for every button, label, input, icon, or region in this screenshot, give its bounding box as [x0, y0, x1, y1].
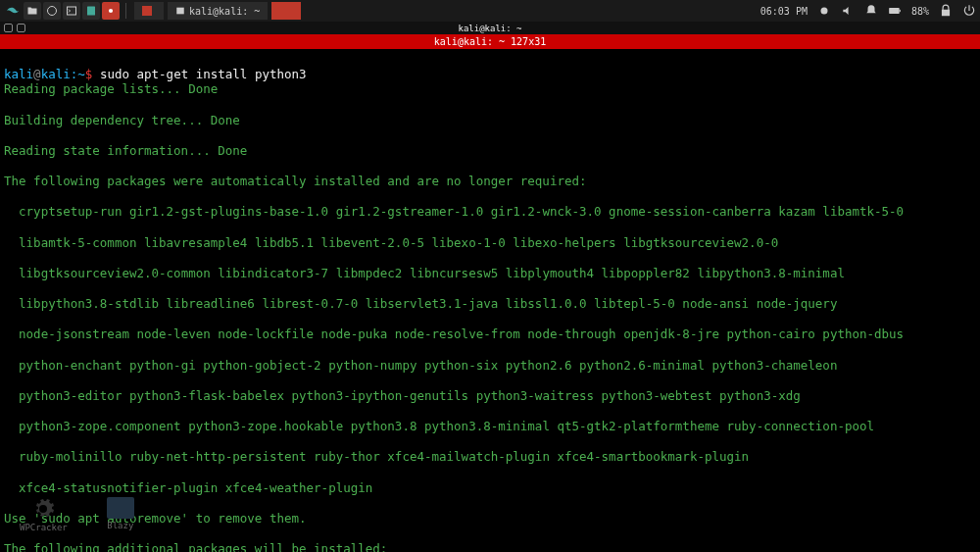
svg-point-3 [109, 9, 113, 13]
prompt-path: ~ [77, 67, 85, 81]
term-line: python3-editor python3-flask-babelex pyt… [4, 388, 976, 404]
prompt-user: kali [4, 67, 33, 81]
term-line: xfce4-statusnotifier-plugin xfce4-weathe… [4, 480, 976, 496]
taskbar-task-2[interactable]: kali@kali: ~ [168, 2, 268, 20]
app-menu-icon[interactable] [4, 2, 22, 20]
taskbar-left: kali@kali: ~ [4, 2, 301, 20]
desktop-item-wpcracker[interactable]: WPCracker [20, 497, 68, 532]
term-line: libpython3.8-stdlib libreadline6 librest… [4, 296, 976, 312]
gear-icon [31, 497, 55, 521]
window-red-title: kali@kali: ~ 127x31 [434, 36, 546, 47]
taskbar-task-1[interactable] [134, 2, 164, 20]
editor-icon[interactable] [82, 2, 100, 20]
term-line: ruby-molinillo ruby-net-http-persistent … [4, 449, 976, 465]
battery-text: 88% [911, 6, 929, 17]
prompt-dollar: $ [85, 67, 100, 81]
volume-icon[interactable] [841, 4, 855, 18]
terminal-output[interactable]: kali@kali:~$ sudo apt-get install python… [0, 49, 980, 552]
files-icon[interactable] [24, 2, 41, 20]
window-titlebar-inner: kali@kali: ~ 127x31 [0, 34, 980, 49]
svg-rect-4 [176, 8, 184, 15]
term-line: The following packages were automaticall… [4, 174, 976, 189]
term-line: libgtksourceview2.0-common libindicator3… [4, 266, 976, 281]
svg-rect-2 [87, 7, 95, 16]
window-control-icon[interactable] [4, 24, 13, 32]
terminal-icon[interactable] [63, 2, 80, 20]
svg-rect-6 [889, 8, 900, 14]
term-line: python-enchant python-gi python-gobject-… [4, 358, 976, 374]
lock-icon[interactable] [939, 4, 953, 18]
taskbar: kali@kali: ~ 06:03 PM 88% [0, 0, 980, 22]
desktop-label: Blazy [107, 521, 133, 530]
prompt-host: kali [41, 67, 71, 81]
svg-rect-7 [900, 10, 901, 12]
window-control-icon[interactable] [17, 24, 25, 32]
prompt-command: sudo apt-get install python3 [100, 67, 307, 81]
window-mini-title: kali@kali: ~ [458, 24, 521, 33]
notifications-icon[interactable] [864, 4, 878, 18]
desktop-item-blazy[interactable]: Blazy [107, 497, 134, 532]
power-icon[interactable] [962, 4, 976, 18]
battery-icon[interactable] [888, 4, 902, 18]
svg-point-0 [48, 7, 57, 16]
desktop-icons: WPCracker Blazy [20, 497, 134, 532]
term-line: Use 'sudo apt autoremove' to remove them… [4, 511, 976, 527]
term-line: Building dependency tree... Done [4, 113, 976, 128]
term-line: The following additional packages will b… [4, 541, 976, 552]
record-icon[interactable] [817, 4, 831, 18]
desktop-label: WPCracker [20, 523, 68, 532]
term-line: Reading package lists... Done [4, 81, 976, 97]
term-line: python3-zope.component python3-zope.hook… [4, 419, 976, 434]
term-line: node-jsonstream node-leven node-lockfile… [4, 326, 976, 342]
svg-point-5 [820, 8, 827, 15]
svg-rect-1 [68, 7, 76, 15]
term-line: libamtk-5-common libavresample4 libdb5.1… [4, 235, 976, 251]
prompt-at: @ [33, 67, 41, 81]
task-label: kali@kali: ~ [189, 6, 260, 17]
taskbar-task-3[interactable] [271, 2, 301, 20]
term-line: cryptsetup-run gir1.2-gst-plugins-base-1… [4, 204, 976, 220]
folder-icon [107, 497, 134, 519]
term-line: Reading state information... Done [4, 143, 976, 159]
browser-icon[interactable] [43, 2, 61, 20]
window-titlebar-outer[interactable]: kali@kali: ~ [0, 22, 980, 34]
clock[interactable]: 06:03 PM [760, 6, 808, 17]
taskbar-right: 06:03 PM 88% [760, 4, 976, 18]
tool-icon[interactable] [102, 2, 120, 20]
